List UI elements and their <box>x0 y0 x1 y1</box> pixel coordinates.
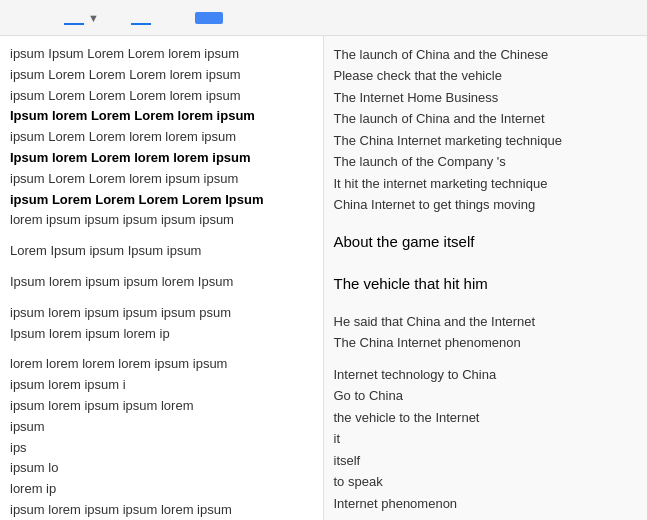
tab-right-spanish[interactable] <box>151 12 171 24</box>
translation-line: The Internet Home Business <box>334 87 638 108</box>
source-line: ipsum lorem ipsum i <box>10 375 313 396</box>
source-line: ipsum Lorem Lorem lorem lorem ipsum <box>10 127 313 148</box>
translation-line: China Internet to get things moving <box>334 194 638 215</box>
translation-line: Internet phenomenon <box>334 493 638 514</box>
source-line: ipsum Lorem Lorem lorem ipsum ipsum <box>10 169 313 190</box>
translation-line: Go to China <box>334 385 638 406</box>
translation-line: The vehicle that hit him <box>334 272 638 297</box>
source-text[interactable]: ipsum Ipsum Lorem Lorem lorem ipsumipsum… <box>10 44 313 520</box>
source-line: ipsum lorem ipsum ipsum ipsum psum <box>10 303 313 324</box>
tab-spanish[interactable] <box>4 12 24 24</box>
app-container: ▼ ipsum Ipsum Lorem Lorem lorem ipsumips… <box>0 0 647 520</box>
top-bar: ▼ <box>0 0 647 36</box>
main-content: ipsum Ipsum Lorem Lorem lorem ipsumipsum… <box>0 36 647 520</box>
source-line: Lorem Ipsum ipsum Ipsum ipsum <box>10 241 313 262</box>
source-line: ipsum lorem ipsum ipsum lorem <box>10 396 313 417</box>
source-line: ipsum lo <box>10 458 313 479</box>
translation-line: He said that China and the Internet <box>334 311 638 332</box>
translation-line: The China Internet marketing technique <box>334 130 638 151</box>
translation-line: it <box>334 428 638 449</box>
translation-line: itself <box>334 450 638 471</box>
source-line: lorem lorem lorem lorem ipsum ipsum <box>10 354 313 375</box>
translation-line: The China Internet phenomenon <box>334 332 638 353</box>
source-panel: ipsum Ipsum Lorem Lorem lorem ipsumipsum… <box>0 36 324 520</box>
translation-line: The launch of China and the Internet <box>334 108 638 129</box>
translation-line: It hit the internet marketing technique <box>334 173 638 194</box>
source-line: Ipsum lorem Lorem Lorem lorem ipsum <box>10 106 313 127</box>
translate-button[interactable] <box>195 12 223 24</box>
tab-english[interactable] <box>24 12 44 24</box>
translation-line: Please check that the vehicle <box>334 65 638 86</box>
tab-afrikaans[interactable] <box>44 12 64 24</box>
source-line: ipsum lorem ipsum ipsum lorem ipsum <box>10 500 313 520</box>
source-line: ipsum Lorem Lorem Lorem Lorem Ipsum <box>10 190 313 211</box>
translation-line: the vehicle to the Internet <box>334 514 638 520</box>
source-line: ipsum Ipsum Lorem Lorem lorem ipsum <box>10 44 313 65</box>
translation-line: The launch of the Company 's <box>334 151 638 172</box>
translation-line: the vehicle to the Internet <box>334 407 638 428</box>
tab-latin-detected[interactable] <box>64 11 84 25</box>
source-line: ipsum <box>10 417 313 438</box>
translation-panel: The launch of China and the ChinesePleas… <box>324 36 648 520</box>
translation-line: About the game itself <box>334 230 638 255</box>
tab-right-english[interactable] <box>131 11 151 25</box>
source-line: lorem ipsum ipsum ipsum ipsum ipsum <box>10 210 313 231</box>
source-line: Ipsum lorem ipsum ipsum lorem Ipsum <box>10 272 313 293</box>
translation-line: The launch of China and the Chinese <box>334 44 638 65</box>
translation-line: to speak <box>334 471 638 492</box>
source-line: Ipsum lorem ipsum lorem ip <box>10 324 313 345</box>
left-lang-tabs: ▼ <box>4 6 103 30</box>
translation-line: Internet technology to China <box>334 364 638 385</box>
swap-button[interactable] <box>111 14 123 22</box>
source-line: ipsum Lorem Lorem Lorem lorem ipsum <box>10 86 313 107</box>
right-lang-tabs <box>131 11 191 25</box>
source-line: lorem ip <box>10 479 313 500</box>
lang-dropdown-icon[interactable]: ▼ <box>84 6 103 30</box>
source-line: ipsum Lorem Lorem Lorem lorem ipsum <box>10 65 313 86</box>
source-line: Ipsum lorem Lorem lorem lorem ipsum <box>10 148 313 169</box>
source-line: ips <box>10 438 313 459</box>
tab-right-arabic[interactable] <box>171 12 191 24</box>
